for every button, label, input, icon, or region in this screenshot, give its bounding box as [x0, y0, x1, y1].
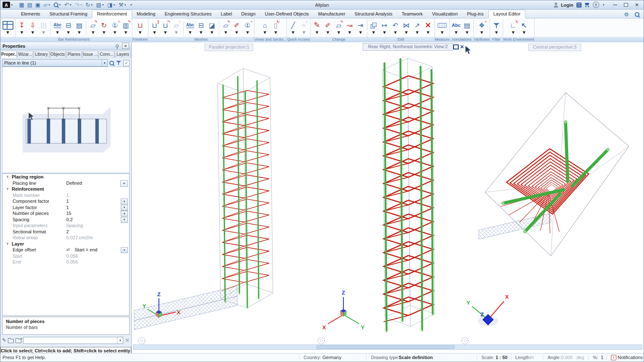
- scrollbar-thumb[interactable]: [317, 345, 455, 349]
- property-group-placing-region[interactable]: ∨Placing region: [3, 174, 129, 180]
- length-unit[interactable]: m: [530, 355, 534, 360]
- place-bar-set-icon[interactable]: ⇩▼: [27, 21, 38, 35]
- image-icon[interactable]: ▧▼: [95, 1, 105, 9]
- favorite-combo[interactable]: ▼: [23, 337, 123, 344]
- drawing-canvas[interactable]: ZXYZXYYXZ Parallel projection:1 Rear Rig…: [132, 42, 644, 354]
- tab-objects[interactable]: Objects: [50, 51, 66, 58]
- zoom-to-selection-icon[interactable]: [109, 61, 114, 65]
- save-icon[interactable]: ▣: [34, 1, 41, 9]
- bar-end-modify-icon[interactable]: ▥✎▼: [120, 21, 131, 35]
- shop-cart-icon[interactable]: [584, 3, 590, 7]
- mesh-dimension-icon[interactable]: ⊟▼: [196, 21, 207, 35]
- chevron-down-icon[interactable]: ∨: [5, 241, 10, 247]
- help-icon[interactable]: ?: [593, 2, 599, 8]
- layout-icon[interactable]: ▤: [26, 1, 33, 9]
- login-button[interactable]: Login: [561, 3, 574, 8]
- selection-combo[interactable]: Place in line (1) ▼: [2, 59, 108, 67]
- pencil-edit-icon[interactable]: ✎▼: [312, 21, 322, 35]
- property-group-reinforcement[interactable]: ∨Reinforcement: [3, 186, 129, 192]
- tab-manufacturer[interactable]: Manufacturer: [314, 10, 350, 18]
- navigation-compass-icon[interactable]: [462, 337, 468, 344]
- filter-icon[interactable]: [116, 60, 122, 66]
- document-edit-icon[interactable]: ▱▼: [42, 1, 51, 9]
- panel-close-button[interactable]: ✕: [122, 43, 129, 49]
- pin-icon[interactable]: [116, 44, 119, 47]
- minimize-button[interactable]: —: [610, 2, 620, 8]
- restore-button[interactable]: [621, 2, 631, 8]
- renumber-bars-icon[interactable]: ①+▼: [109, 21, 120, 35]
- tab-structural-framing[interactable]: Structural Framing: [45, 10, 92, 18]
- save-favorite-icon[interactable]: +: [16, 338, 21, 343]
- bar-label-icon[interactable]: Abc▼: [52, 21, 63, 35]
- delete-icon[interactable]: ✕▼: [423, 21, 434, 35]
- match-properties-icon[interactable]: ✎: [2, 337, 6, 343]
- properties-panel-header[interactable]: Properties ✕: [0, 42, 131, 50]
- placement-preview[interactable]: [2, 67, 130, 173]
- renumber-mesh-icon[interactable]: ①+▼: [242, 21, 253, 35]
- property-row-component-factor[interactable]: Component factor1▼: [3, 198, 129, 204]
- viewport-maximize-icon[interactable]: [453, 44, 459, 49]
- palette-list-icon[interactable]: [576, 3, 582, 8]
- settings-gear-icon[interactable]: ⚙: [624, 11, 629, 18]
- tab-elements[interactable]: Elements: [16, 10, 45, 18]
- coordinate-system-icon[interactable]: ∟↻▼: [508, 21, 519, 35]
- modify-surface-icon[interactable]: ▱✎▼: [333, 21, 344, 35]
- dropdown-icon[interactable]: ▼: [121, 211, 128, 217]
- modify-bar-icon[interactable]: ▱✎▼: [88, 21, 99, 35]
- apply-checkbox[interactable]: ✓: [123, 60, 130, 66]
- navigation-compass-icon[interactable]: [138, 337, 145, 344]
- tab-library[interactable]: Library: [34, 51, 49, 58]
- filter-funnel-icon[interactable]: ▼: [491, 21, 502, 35]
- text-abc-icon[interactable]: Abc▼: [451, 21, 462, 35]
- open-project-icon[interactable]: ▦: [18, 1, 25, 9]
- dropdown-icon[interactable]: ▼: [121, 205, 128, 211]
- viewport-close-icon[interactable]: ✕: [460, 45, 464, 49]
- percent-value[interactable]: 1: [601, 355, 603, 360]
- tab-issues[interactable]: Issue ...: [82, 51, 98, 58]
- property-group-layer[interactable]: ∨Layer: [3, 241, 129, 247]
- resize-icon[interactable]: ↗▼: [412, 21, 423, 35]
- selection-cursor-icon[interactable]: ↖▼: [519, 21, 530, 35]
- tab-wizards[interactable]: Wizar...: [17, 51, 33, 58]
- tab-label[interactable]: Label: [216, 10, 236, 18]
- property-row-sectional-format[interactable]: Sectional format2: [3, 229, 129, 235]
- sketch-icon[interactable]: ≈⌁▼: [299, 21, 309, 35]
- attributes-tag-icon[interactable]: ❖+▼: [476, 21, 487, 35]
- tab-planes[interactable]: Planes: [66, 51, 82, 58]
- place-bar-icon[interactable]: ↧▼: [16, 21, 27, 35]
- stretch-entities-icon[interactable]: ↝▼: [344, 21, 355, 35]
- viewport-title-isometric[interactable]: Rear Right, Northeast Isometric View:2: [363, 43, 453, 51]
- rotate-icon[interactable]: ↶▼: [390, 21, 401, 35]
- cut-mesh-icon[interactable]: ▱+▼: [171, 21, 182, 35]
- load-favorite-icon[interactable]: [8, 338, 14, 343]
- help-caret-icon[interactable]: ▼: [602, 3, 605, 6]
- tab-layers[interactable]: Layers: [115, 51, 131, 58]
- mesh-label-icon[interactable]: Abc▼: [185, 21, 196, 35]
- notifications-icon[interactable]: !: [611, 355, 616, 360]
- mirror-icon[interactable]: ⋈▼: [401, 21, 412, 35]
- tab-user-defined-objects[interactable]: User-Defined Objects: [260, 10, 314, 18]
- country-value[interactable]: Germany: [322, 355, 341, 360]
- freeform-bar-icon[interactable]: ⊔▼: [135, 21, 145, 35]
- tab-plug-ins[interactable]: Plug-ins: [462, 10, 488, 18]
- dropdown-icon[interactable]: ▼: [121, 199, 128, 204]
- refresh-icon[interactable]: ↻▼: [85, 1, 94, 9]
- favorite-input[interactable]: [23, 338, 117, 343]
- viewport-title-central-perspective[interactable]: Central perspective:3: [528, 44, 581, 51]
- delete-favorite-icon[interactable]: ✕: [125, 337, 130, 344]
- angle-value[interactable]: 0.000: [561, 355, 573, 360]
- tab-connect[interactable]: Conn...: [99, 51, 114, 58]
- property-row-spacing[interactable]: Spacing0.2▼: [3, 217, 129, 223]
- chevron-down-icon[interactable]: ∨: [5, 186, 10, 192]
- navigation-compass-icon[interactable]: [318, 337, 325, 344]
- tab-design[interactable]: Design: [236, 10, 260, 18]
- convert-bar-icon[interactable]: ↻▼: [99, 21, 109, 35]
- horizontal-scrollbar[interactable]: [133, 344, 642, 350]
- bar-dimension-icon[interactable]: ⊟▼: [63, 21, 74, 35]
- area-reinforcement-icon[interactable]: ▼: [38, 21, 49, 35]
- property-row-layer-factor[interactable]: Layer factor1▼: [3, 204, 129, 211]
- app-menu-caret-icon[interactable]: ▼: [10, 3, 13, 6]
- mesh-schema-icon[interactable]: ◪▼: [207, 21, 218, 35]
- scale-value[interactable]: 1 : 50: [496, 355, 507, 360]
- tab-structural-analysis[interactable]: Structural Analysis: [350, 10, 397, 18]
